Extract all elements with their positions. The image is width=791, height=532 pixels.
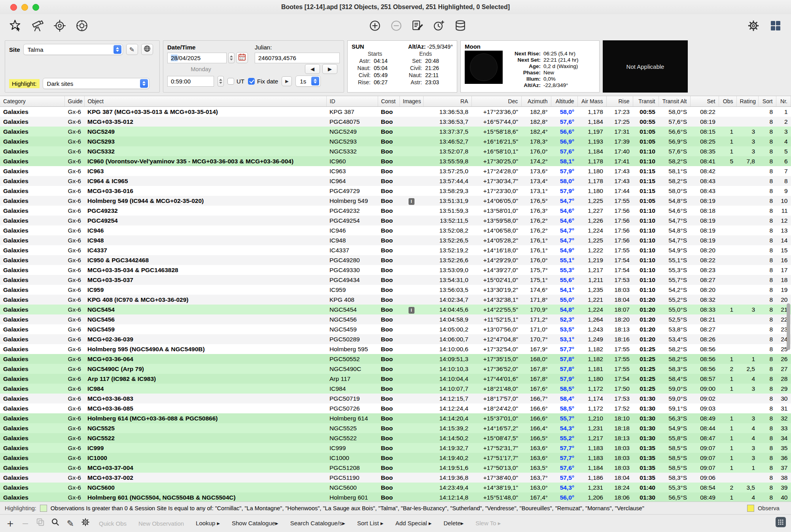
table-row[interactable]: Galaxies Gx-6 NGC5456 NGC5456 Boo 14:04:… bbox=[0, 314, 791, 324]
preferences-button[interactable] bbox=[745, 17, 762, 34]
list-settings-button[interactable] bbox=[79, 517, 92, 529]
add-object-button[interactable]: + bbox=[4, 517, 17, 529]
column-header-obs[interactable]: Obs bbox=[719, 96, 736, 107]
column-header-transit-alt[interactable]: Transit Alt bbox=[659, 96, 690, 107]
column-header-sort[interactable]: Sort bbox=[758, 96, 776, 107]
close-window-button[interactable] bbox=[10, 4, 17, 11]
table-row[interactable]: Galaxies Gx-6 MCG+03-37-004 PGC51208 Boo… bbox=[0, 463, 791, 473]
slew-to-button[interactable]: Slew To ▸ bbox=[471, 518, 505, 528]
minimize-window-button[interactable] bbox=[21, 4, 28, 11]
fix-date-checkbox[interactable]: Fix date bbox=[248, 78, 278, 85]
sort-list-button[interactable]: Sort List ▸ bbox=[352, 518, 388, 528]
search-catalogues-button[interactable]: Search Catalogue/s▸ bbox=[286, 518, 350, 528]
table-row[interactable]: Galaxies Gx-6 NGC5600 NGC5600 Boo 14:23:… bbox=[0, 483, 791, 492]
table-row[interactable]: Galaxies Gx-6 IC959 IC959 Boo 13:56:03,5… bbox=[0, 285, 791, 295]
table-row[interactable]: Galaxies Gx-6 NGC5332 NGC5332 Boo 13:52:… bbox=[0, 146, 791, 156]
table-row[interactable]: Galaxies Gx-6 IC950 & PGC3442468 PGC4928… bbox=[0, 255, 791, 265]
previous-day-button[interactable]: ◀ bbox=[305, 64, 320, 74]
table-row[interactable]: Galaxies Gx-6 NGC5490C (Arp 79) NGC5490C… bbox=[0, 364, 791, 374]
calendar-button[interactable] bbox=[236, 52, 248, 63]
add-special-button[interactable]: Add Special ▸ bbox=[391, 518, 437, 528]
table-row[interactable]: Galaxies Gx-6 IC960 (Vorontsov-Vel'yamin… bbox=[0, 156, 791, 166]
table-row[interactable]: Galaxies Gx-6 IC963 IC963 Boo 13:57:25,0… bbox=[0, 166, 791, 176]
column-header-guide[interactable]: Guide bbox=[64, 96, 84, 107]
column-header-object[interactable]: Object bbox=[84, 96, 326, 107]
table-row[interactable]: Galaxies Gx-6 Holmberg 601 (NGC5504, NGC… bbox=[0, 492, 791, 502]
highlight-select[interactable]: Dark sites bbox=[43, 78, 149, 89]
table-row[interactable]: Galaxies Gx-6 NGC5525 NGC5525 Boo 14:15:… bbox=[0, 423, 791, 433]
table-row[interactable]: Galaxies Gx-6 IC1000 IC1000 Boo 14:19:40… bbox=[0, 453, 791, 463]
ut-checkbox[interactable]: UT bbox=[227, 78, 244, 85]
table-row[interactable]: Galaxies Gx-6 IC946 IC946 Boo 13:52:08,2… bbox=[0, 225, 791, 235]
add-session-button[interactable] bbox=[431, 17, 447, 34]
column-header-id[interactable]: ID bbox=[326, 96, 378, 107]
column-header-rise[interactable]: Rise bbox=[606, 96, 633, 107]
column-header-category[interactable]: Category bbox=[0, 96, 64, 107]
column-header-nr[interactable]: Nr. bbox=[776, 96, 791, 107]
column-header-set[interactable]: Set bbox=[690, 96, 719, 107]
column-header-azimuth[interactable]: Azimuth bbox=[521, 96, 551, 107]
edit-object-button[interactable]: ✎ bbox=[64, 517, 77, 529]
table-row[interactable]: Galaxies Gx-6 Arp 117 (IC982 & IC983) Ar… bbox=[0, 374, 791, 384]
column-header-const[interactable]: Const bbox=[378, 96, 399, 107]
interval-select[interactable]: 1s bbox=[295, 76, 321, 87]
julian-input[interactable]: 2460793,4576 bbox=[255, 53, 340, 63]
quick-obs-button[interactable]: Quick Obs bbox=[94, 519, 131, 528]
keypad-button[interactable] bbox=[774, 517, 787, 529]
table-row[interactable]: Galaxies Gx-6 IC4337 IC4337 Boo 13:52:19… bbox=[0, 245, 791, 255]
remove-object-toolbar-button[interactable] bbox=[388, 17, 405, 34]
table-row[interactable]: Galaxies Gx-6 KPG 408 (IC970 & MCG+03-36… bbox=[0, 295, 791, 305]
table-row[interactable]: Galaxies Gx-6 MCG+03-37-002 PGC51190 Boo… bbox=[0, 473, 791, 483]
table-row[interactable]: Galaxies Gx-6 NGC5522 NGC5522 Boo 14:14:… bbox=[0, 433, 791, 443]
edit-site-button[interactable]: ✎ bbox=[126, 44, 138, 55]
add-object-toolbar-button[interactable] bbox=[367, 17, 383, 34]
table-row[interactable]: Galaxies Gx-6 NGC5459 NGC5459 Boo 14:05:… bbox=[0, 324, 791, 334]
telescope-view-button[interactable] bbox=[29, 17, 46, 34]
database-button[interactable] bbox=[452, 17, 469, 34]
edit-observations-button[interactable] bbox=[409, 17, 426, 34]
table-row[interactable]: Galaxies Gx-6 PGC49232 PGC49232 Boo 13:5… bbox=[0, 206, 791, 216]
table-row[interactable]: Galaxies Gx-6 Holmberg 549 (IC944 & MCG+… bbox=[0, 196, 791, 206]
vertical-scrollbar[interactable] bbox=[787, 303, 790, 350]
table-row[interactable]: Galaxies Gx-6 Holmberg 595 (NGC5490A & N… bbox=[0, 344, 791, 354]
time-stepper[interactable] bbox=[218, 76, 224, 87]
site-globe-button[interactable] bbox=[141, 44, 153, 55]
column-header-ra[interactable]: RA bbox=[423, 96, 471, 107]
new-observation-button[interactable]: New Observation bbox=[134, 519, 189, 528]
table-row[interactable]: Galaxies Gx-6 Holmberg 614 (MCG+03-36-08… bbox=[0, 413, 791, 423]
objects-view-button[interactable] bbox=[7, 17, 24, 34]
date-input[interactable]: 28/04/2025 bbox=[167, 53, 227, 63]
table-row[interactable]: Galaxies Gx-6 NGC5249 NGC5249 Boo 13:37:… bbox=[0, 127, 791, 136]
table-row[interactable]: Galaxies Gx-6 IC964 & IC965 IC964 Boo 13… bbox=[0, 176, 791, 186]
table-row[interactable]: Galaxies Gx-6 IC999 IC999 Boo 14:19:32,7… bbox=[0, 443, 791, 453]
table-row[interactable]: Galaxies Gx-6 NGC5293 NGC5293 Boo 13:46:… bbox=[0, 136, 791, 146]
column-header-rating[interactable]: Rating bbox=[736, 96, 758, 107]
table-row[interactable]: Galaxies Gx-6 MCG+03-35-034 & PGC1463828… bbox=[0, 265, 791, 275]
table-row[interactable]: Galaxies Gx-6 MCG+03-36-064 PGC50552 Boo… bbox=[0, 354, 791, 364]
table-row[interactable]: Galaxies Gx-6 MCG+02-36-039 PGC50289 Boo… bbox=[0, 334, 791, 344]
find-object-button[interactable] bbox=[49, 517, 62, 529]
delete-button[interactable]: Delete▸ bbox=[439, 518, 468, 528]
remove-object-button[interactable]: − bbox=[19, 517, 32, 529]
column-header-altitude[interactable]: Altitude bbox=[551, 96, 577, 107]
column-header-transit[interactable]: Transit bbox=[633, 96, 659, 107]
time-input[interactable]: 0:59:00 bbox=[167, 76, 214, 87]
table-row[interactable]: Galaxies Gx-6 MCG+03-36-016 PGC49729 Boo… bbox=[0, 186, 791, 196]
table-row[interactable]: Galaxies Gx-6 NGC5454 NGC5454 Boo I 14:0… bbox=[0, 305, 791, 314]
column-header-dec[interactable]: Dec bbox=[471, 96, 521, 107]
table-row[interactable]: Galaxies Gx-6 MCG+03-36-085 PGC50726 Boo… bbox=[0, 403, 791, 413]
goto-target-button[interactable] bbox=[51, 17, 68, 34]
duplicate-object-button[interactable] bbox=[34, 517, 47, 529]
site-select[interactable]: Talma bbox=[23, 44, 123, 55]
run-clock-button[interactable]: ▶ bbox=[282, 76, 292, 86]
field-of-view-button[interactable] bbox=[74, 17, 90, 34]
lookup-button[interactable]: Lookup ▸ bbox=[191, 518, 225, 528]
next-day-button[interactable]: ▶ bbox=[322, 64, 337, 74]
date-stepper[interactable] bbox=[228, 53, 235, 63]
layout-panes-button[interactable] bbox=[767, 17, 784, 34]
column-header-airmass[interactable]: Air Mass bbox=[577, 96, 606, 107]
zoom-window-button[interactable] bbox=[32, 4, 39, 11]
table-row[interactable]: Galaxies Gx-6 KPG 387 (MCG+03-35-013 & M… bbox=[0, 107, 791, 117]
table-row[interactable]: Galaxies Gx-6 MCG+03-36-083 PGC50719 Boo… bbox=[0, 394, 791, 403]
table-row[interactable]: Galaxies Gx-6 IC984 IC984 Boo 14:10:07,7… bbox=[0, 384, 791, 394]
